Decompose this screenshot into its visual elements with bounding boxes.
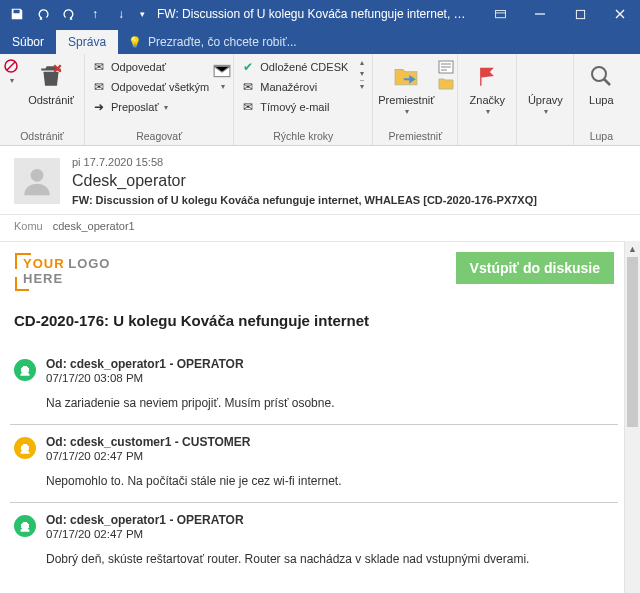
group-respond-label: Reagovať (89, 128, 229, 145)
delete-label: Odstrániť (28, 94, 74, 106)
svg-point-9 (23, 522, 28, 527)
to-value: cdesk_operator1 (53, 220, 135, 232)
group-delete-label: Odstrániť (4, 128, 80, 145)
edit-icon (529, 60, 561, 92)
move-folder-icon (390, 60, 422, 92)
move-button[interactable]: Premiestniť ▾ (377, 56, 435, 117)
next-item-icon[interactable]: ↓ (108, 0, 134, 28)
manager-icon: ✉ (240, 79, 256, 95)
group-quicksteps-label: Rýchle kroky (238, 128, 368, 145)
redo-icon[interactable] (56, 0, 82, 28)
reply-icon: ✉ (91, 59, 107, 75)
message-header: pi 17.7.2020 15:58 Cdesk_operator FW: Di… (0, 146, 640, 215)
brand-logo: YOUR LOGO HERE (14, 252, 119, 292)
zoom-button[interactable]: Lupa (578, 56, 624, 106)
post-avatar (14, 359, 36, 381)
thread-title: CD-2020-176: U kolegu Kováča nefunguje i… (10, 306, 618, 347)
delete-icon (35, 60, 67, 92)
undo-icon[interactable] (30, 0, 56, 28)
rules-actions-buttons[interactable] (439, 56, 453, 90)
group-tags-label (462, 128, 512, 145)
group-edit: Úpravy ▾ (517, 54, 574, 145)
forward-icon: ➜ (91, 99, 107, 115)
window-controls (480, 0, 640, 28)
svg-point-6 (31, 169, 44, 182)
tell-me-placeholder: Prezraďte, čo chcete robiť... (148, 35, 297, 49)
tell-me-search[interactable]: Prezraďte, čo chcete robiť... (118, 30, 307, 54)
group-quicksteps: ✔Odložené CDESK ✉Manažérovi ✉Tímový e-ma… (234, 54, 373, 145)
recipients-row: Komu cdesk_operator1 (0, 215, 640, 241)
svg-rect-0 (495, 10, 505, 17)
post-avatar (14, 437, 36, 459)
reply-all-icon: ✉ (91, 79, 107, 95)
minimize-icon[interactable] (520, 0, 560, 28)
post-from: Od: cdesk_customer1 - CUSTOMER (46, 435, 614, 449)
reply-all-button[interactable]: ✉Odpovedať všetkým (89, 78, 211, 96)
forward-button[interactable]: ➜Preposlať▾ (89, 98, 211, 116)
quickstep-2[interactable]: ✉Manažérovi (238, 78, 350, 96)
window-titlebar: ↑ ↓ ▾ FW: Discussion of U kolegu Kováča … (0, 0, 640, 28)
edit-button[interactable]: Úpravy ▾ (521, 56, 569, 117)
quick-access-toolbar: ↑ ↓ ▾ (0, 0, 149, 28)
quickstep-3[interactable]: ✉Tímový e-mail (238, 98, 350, 116)
junk-split-button[interactable]: ▾ (4, 56, 18, 85)
zoom-icon (585, 60, 617, 92)
flag-icon (471, 60, 503, 92)
group-delete: ▾ Odstrániť Odstrániť (0, 54, 85, 145)
discussion-post: Od: cdesk_customer1 - CUSTOMER07/17/20 0… (10, 424, 618, 502)
post-text: Na zariadenie sa neviem pripojiť. Musím … (46, 396, 614, 410)
maximize-icon[interactable] (560, 0, 600, 28)
delete-button[interactable]: Odstrániť (22, 56, 80, 106)
ribbon-tabs: Súbor Správa Prezraďte, čo chcete robiť.… (0, 28, 640, 54)
check-icon: ✔ (240, 59, 256, 75)
post-date: 07/17/20 02:47 PM (46, 450, 614, 462)
to-label: Komu (14, 220, 43, 232)
more-respond-button[interactable]: ▾ (215, 56, 229, 91)
ribbon-options-icon[interactable] (480, 0, 520, 28)
svg-rect-1 (576, 10, 584, 18)
vscroll-thumb[interactable] (627, 257, 638, 427)
join-discussion-button[interactable]: Vstúpiť do diskusie (456, 252, 614, 284)
svg-point-5 (592, 67, 606, 81)
message-subject: FW: Discussion of U kolegu Kováča nefung… (72, 194, 626, 206)
ribbon: ▾ Odstrániť Odstrániť ✉Odpovedať ✉Odpove… (0, 54, 640, 146)
post-date: 07/17/20 02:47 PM (46, 528, 614, 540)
group-respond: ✉Odpovedať ✉Odpovedať všetkým ➜Preposlať… (85, 54, 234, 145)
message-date: pi 17.7.2020 15:58 (72, 156, 626, 168)
svg-point-8 (23, 444, 28, 449)
window-title: FW: Discussion of U kolegu Kováča nefung… (149, 7, 480, 21)
group-tags: Značky ▾ (458, 54, 517, 145)
message-body-region: YOUR LOGO HERE Vstúpiť do diskusie CD-20… (0, 241, 640, 593)
group-zoom: Lupa Lupa (574, 54, 628, 145)
group-move: Premiestniť ▾ Premiestniť (373, 54, 458, 145)
sender-avatar (14, 158, 60, 204)
svg-point-7 (23, 366, 28, 371)
group-zoom-label: Lupa (578, 128, 624, 145)
message-body: YOUR LOGO HERE Vstúpiť do diskusie CD-20… (0, 241, 640, 593)
prev-item-icon[interactable]: ↑ (82, 0, 108, 28)
team-mail-icon: ✉ (240, 99, 256, 115)
post-date: 07/17/20 03:08 PM (46, 372, 614, 384)
qat-dropdown-icon[interactable]: ▾ (135, 0, 149, 28)
post-from: Od: cdesk_operator1 - OPERATOR (46, 357, 614, 371)
scroll-up-icon[interactable]: ▲ (625, 241, 640, 257)
post-from: Od: cdesk_operator1 - OPERATOR (46, 513, 614, 527)
post-avatar (14, 515, 36, 537)
reply-button[interactable]: ✉Odpovedať (89, 58, 211, 76)
quickstep-1[interactable]: ✔Odložené CDESK (238, 58, 350, 76)
quicksteps-gallery-controls[interactable]: ▴▾▾ (354, 56, 368, 91)
post-text: Dobrý deň, skúste reštartovať router. Ro… (46, 552, 614, 566)
discussion-post: Od: cdesk_operator1 - OPERATOR07/17/20 0… (10, 502, 618, 580)
tab-message[interactable]: Správa (56, 30, 118, 54)
discussion-post: Od: cdesk_operator1 - OPERATOR07/17/20 0… (10, 347, 618, 424)
group-move-label: Premiestniť (377, 128, 453, 145)
save-icon[interactable] (4, 0, 30, 28)
post-text: Nepomohlo to. Na počítači stále nie je c… (46, 474, 614, 488)
tab-file[interactable]: Súbor (0, 30, 56, 54)
lightbulb-icon (128, 35, 142, 49)
message-from: Cdesk_operator (72, 172, 626, 190)
tags-button[interactable]: Značky ▾ (462, 56, 512, 117)
close-icon[interactable] (600, 0, 640, 28)
vertical-scrollbar[interactable]: ▲ ▼ (624, 241, 640, 593)
